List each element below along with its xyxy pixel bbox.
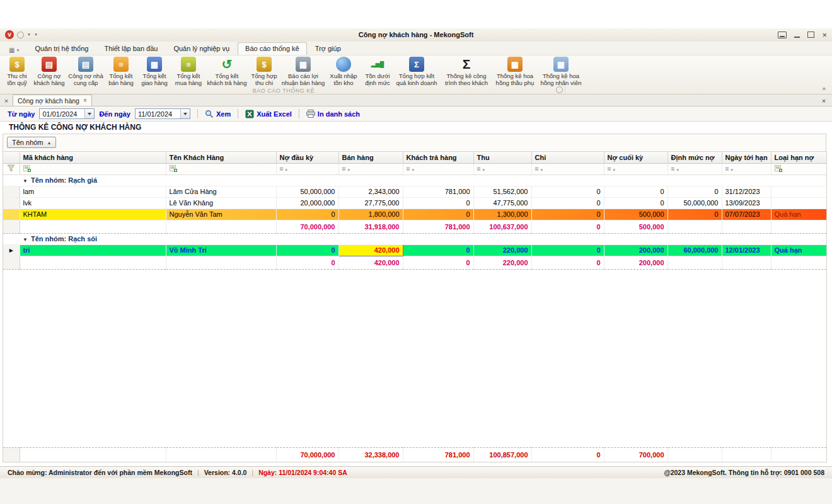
equals-filter-icon: = (477, 166, 481, 173)
text-filter-icon (775, 164, 782, 172)
tab-close-icon[interactable]: × (83, 97, 87, 104)
bar-chart-icon: ▂▅█ (370, 57, 385, 72)
app-menu-button[interactable]: ▦▼ (5, 45, 23, 55)
from-date-dropdown-icon[interactable] (84, 109, 94, 118)
ribbon-button-cong-no-khach-hang[interactable]: ▤Công nợ khách hàng (32, 56, 67, 88)
qat-customize-icon[interactable]: ▼ (34, 33, 38, 37)
table-row[interactable]: lvk Lê Văn Khảng 20,000,000 27,775,000 0… (3, 197, 826, 209)
ribbon-button-tong-ket-khach-tra-hang[interactable]: ↺Tổng kết khách trả hàng (205, 56, 248, 88)
filter-cell[interactable]: =▼ (403, 163, 473, 175)
to-date-label: Đến ngày (99, 110, 130, 118)
ribbon-button-thu-chi-ton-quy[interactable]: $Thu chi tồn quỹ (3, 56, 32, 88)
ribbon-tab-tro-giup[interactable]: Trợ giúp (308, 42, 349, 55)
equals-filter-icon: = (280, 166, 284, 173)
ribbon-button-cong-no-nha-cung-cap[interactable]: ▤Công nợ nhà cung cấp (67, 56, 105, 88)
separator: | (251, 469, 253, 476)
text-filter-icon (170, 164, 177, 172)
delivery-summary-icon: ▦ (147, 57, 162, 72)
group-subtotal-row: 70,000,000 31,918,000 781,000 100,637,00… (3, 220, 826, 233)
collapse-group-icon[interactable]: ▼ (23, 237, 28, 243)
column-header-khach-tra-hang[interactable]: Khách trả hàng (403, 152, 473, 163)
strip-close-icon[interactable]: × (816, 97, 832, 106)
column-header-ban-hang[interactable]: Bán hàng (338, 152, 403, 163)
qat-dropdown-icon[interactable]: ▼ (27, 33, 31, 37)
ribbon-collapse-icon[interactable]: ^ (823, 86, 826, 93)
app-window: V ▼ ▼ Công nợ khách hàng - MekongSoft × … (0, 0, 832, 504)
filter-cell[interactable]: =▼ (338, 163, 403, 175)
column-header-ten-khach-hang[interactable]: Tên Khách Hàng (166, 152, 276, 163)
filter-cell[interactable]: =▼ (473, 163, 531, 175)
collapse-group-icon[interactable]: ▼ (23, 178, 28, 184)
returns-icon: ↺ (219, 57, 234, 72)
ribbon-button-xuat-nhap-ton-kho[interactable]: Xuất nhập tồn kho (326, 56, 361, 88)
to-date-dropdown-icon[interactable] (180, 109, 190, 118)
filter-cell[interactable]: =▼ (667, 163, 722, 175)
column-header-no-dau-ky[interactable]: Nợ đầu kỳ (276, 152, 338, 163)
filter-cell[interactable]: =▼ (722, 163, 771, 175)
equals-filter-icon: = (725, 166, 729, 173)
grid-icon: ▦ (9, 47, 14, 54)
ribbon-button-hoa-hong-nhan-vien-sale[interactable]: ▦Thống kê hoa hồng nhân viên sale (536, 56, 586, 88)
ribbon-button-hoa-hong-thau-phu[interactable]: ▦Thống kê hoa hồng thầu phụ (494, 56, 536, 88)
ribbon-button-thong-ke-cong-trinh[interactable]: ΣThống kê công trình theo khách hàng (439, 56, 494, 88)
filter-cell[interactable]: =▼ (604, 163, 667, 175)
export-excel-button[interactable]: Xuất Excel (245, 110, 292, 118)
separator (238, 109, 238, 118)
column-header-dinh-muc-no[interactable]: Định mức nợ (667, 152, 722, 163)
column-header-no-cuoi-ky[interactable]: Nợ cuối kỳ (604, 152, 667, 163)
maximize-button[interactable] (807, 30, 814, 39)
group-dialog-launcher-icon[interactable] (556, 86, 563, 93)
window-controls: × (778, 30, 827, 39)
from-date-input[interactable]: 01/01/2024 (39, 108, 95, 119)
filter-bar: Từ ngày 01/01/2024 Đến ngày 11/01/2024 X… (0, 106, 832, 122)
coins-icon: $ (9, 57, 25, 72)
ribbon-button-ton-duoi-dinh-muc[interactable]: ▂▅█Tồn dưới định mức (361, 56, 395, 88)
printer-icon (306, 110, 315, 118)
display-icon[interactable] (778, 30, 787, 39)
group-row-rach-soi[interactable]: ▼Tên nhóm: Rạch sỏi (3, 233, 826, 244)
to-date-input[interactable]: 11/01/2024 (135, 108, 190, 119)
quick-access-toolbar: V ▼ ▼ (5, 30, 38, 39)
filter-row[interactable]: =▼ =▼ =▼ =▼ =▼ =▼ =▼ =▼ (3, 163, 826, 175)
skin-icon[interactable] (17, 32, 24, 38)
close-all-tabs-icon[interactable]: × (0, 97, 13, 106)
header-row: Mã khách hàng Tên Khách Hàng Nợ đầu kỳ B… (3, 152, 826, 163)
ribbon-button-bao-cao-loi-nhuan[interactable]: ▦Báo cáo lợi nhuận bán hàng (280, 56, 326, 88)
welcome-text: Chào mừng: Administrator đến với phần mề… (8, 469, 192, 476)
column-header-ma-khach-hang[interactable]: Mã khách hàng (20, 152, 166, 163)
tab-cong-no-khach-hang[interactable]: Công nợ khách hàng × (13, 94, 92, 106)
ribbon-button-tong-hop-thu-chi[interactable]: $Tổng hợp thu chi (248, 56, 280, 88)
print-list-button[interactable]: In danh sách (306, 110, 360, 118)
ribbon-tab-bao-cao-thong-ke[interactable]: Báo cáo thống kê (238, 42, 307, 55)
column-header-thu[interactable]: Thu (473, 152, 531, 163)
table-row[interactable]: lam Lâm Cửa Hàng 50,000,000 2,343,000 78… (3, 186, 826, 197)
sales-summary-icon: ≡ (113, 57, 129, 72)
filter-cell[interactable] (771, 163, 826, 175)
filter-cell[interactable] (166, 163, 276, 175)
filter-cell[interactable] (20, 163, 166, 175)
column-header-ngay-toi-han[interactable]: Ngày tới hạn (722, 152, 771, 163)
separator: | (197, 469, 199, 476)
ribbon-tab-thiet-lap-ban-dau[interactable]: Thiết lập ban đầu (96, 42, 165, 55)
ribbon-button-tong-ket-mua-hang[interactable]: ≡Tổng kết mua hàng (171, 56, 205, 88)
table-row-overdue[interactable]: KHTAM Nguyễn Văn Tam 0 1,800,000 0 1,300… (3, 209, 826, 220)
filter-cell[interactable]: =▼ (531, 163, 604, 175)
ribbon-tab-quan-ly-nghiep-vu[interactable]: Quản lý nghiệp vụ (166, 42, 237, 55)
equals-filter-icon: = (342, 166, 346, 173)
ribbon-button-tong-ket-giao-hang[interactable]: ▦Tổng kết giao hàng (137, 56, 171, 88)
view-button[interactable]: Xem (205, 110, 231, 118)
ribbon-button-tong-ket-ban-hang[interactable]: ≡Tổng kết bán hàng (105, 56, 137, 88)
close-button[interactable]: × (822, 30, 827, 39)
ribbon-group-bao-cao-thong-ke: $Thu chi tồn quỹ ▤Công nợ khách hàng ▤Cô… (3, 55, 565, 94)
ribbon-tab-quan-tri-he-thong[interactable]: Quản trị hệ thống (27, 42, 96, 55)
minimize-button[interactable] (794, 30, 800, 39)
equals-filter-icon: = (535, 166, 539, 173)
group-row-rach-gia[interactable]: ▼Tên nhóm: Rạch giá (3, 175, 826, 186)
calculator-icon: ▦ (296, 57, 311, 72)
column-header-chi[interactable]: Chi (531, 152, 604, 163)
filter-cell[interactable]: =▼ (276, 163, 338, 175)
column-header-loai-han-no[interactable]: Loại hạn nợ (771, 152, 826, 163)
group-chip-ten-nhom[interactable]: Tên nhóm ▲ (7, 137, 56, 148)
table-row-selected[interactable]: ▶ tri Võ Minh Trí 0 420,000 0 220,000 0 … (3, 244, 826, 256)
ribbon-button-tong-hop-ket-qua-kinh-doanh[interactable]: ΣTổng hợp kết quả kinh doanh (395, 56, 439, 88)
